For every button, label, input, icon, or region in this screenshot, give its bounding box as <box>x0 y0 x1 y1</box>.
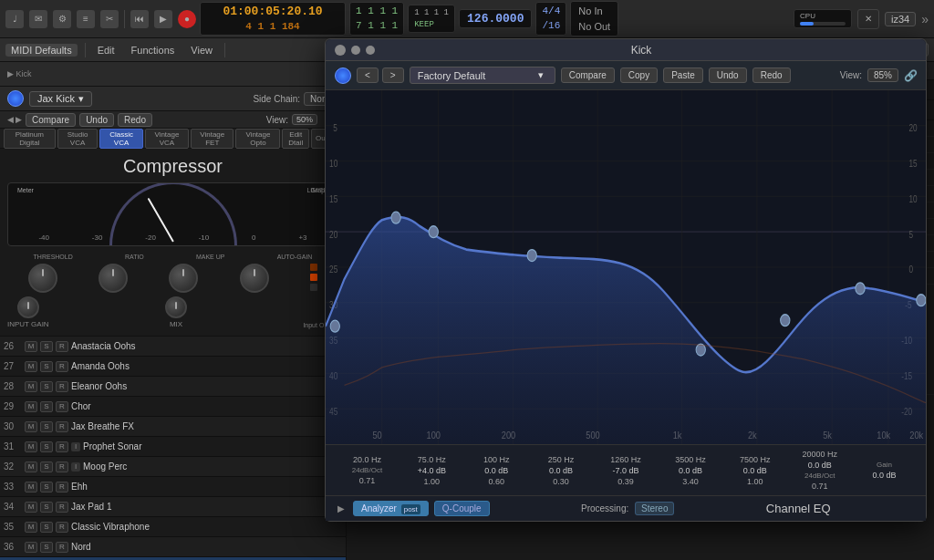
mute-btn[interactable]: M <box>25 482 37 493</box>
channel-row[interactable]: 34 M S R Jax Pad 1 <box>0 497 346 517</box>
eq-compare-btn[interactable]: Compare <box>561 67 615 83</box>
settings-icon[interactable]: ⚙ <box>53 10 71 28</box>
preset-selector[interactable]: Jax Kick ▾ <box>29 91 92 107</box>
mute-btn[interactable]: M <box>25 401 37 412</box>
solo-btn[interactable]: S <box>40 381 53 392</box>
channel-row[interactable]: 36 M S R Nord <box>0 537 346 557</box>
redo-btn[interactable]: Redo <box>118 113 152 127</box>
rec-btn[interactable]: R <box>56 502 68 513</box>
mix-knob[interactable] <box>165 296 187 318</box>
solo-btn[interactable]: S <box>40 361 53 372</box>
play-icon[interactable]: ▶ <box>154 10 172 28</box>
expand-icon[interactable]: » <box>921 12 929 26</box>
plugin-type-vintage-fet[interactable]: Vintage FET <box>191 129 234 149</box>
eq-link-icon[interactable]: 🔗 <box>904 69 917 82</box>
midi-icon[interactable]: ♩ <box>5 10 24 28</box>
rec-btn[interactable]: R <box>56 542 68 553</box>
mute-btn[interactable]: M <box>25 441 37 452</box>
solo-btn[interactable]: S <box>40 482 53 493</box>
plugin-type-vintage-vca[interactable]: Vintage VCA <box>145 129 189 149</box>
eq-nav-next[interactable]: > <box>382 67 404 83</box>
view-menu[interactable]: View <box>186 44 217 57</box>
solo-btn[interactable]: S <box>40 341 53 352</box>
eq-play-btn[interactable]: ▶ <box>335 503 348 515</box>
channel-row[interactable]: 29 M S R Chor <box>0 397 346 417</box>
channel-row[interactable]: 28 M S R Eleanor Oohs <box>0 377 346 397</box>
solo-btn[interactable]: S <box>40 441 53 452</box>
eq-graph-container[interactable]: 50 100 200 500 1k 2k 5k 10k 20k 5 10 15 … <box>326 90 926 444</box>
timesig-display[interactable]: 4/4 /16 <box>535 2 566 36</box>
channel-row[interactable]: 33 M S R Ehh <box>0 477 346 497</box>
eq-minimize-btn[interactable] <box>351 46 360 55</box>
functions-menu[interactable]: Functions <box>127 44 180 57</box>
eq-undo-btn[interactable]: Undo <box>709 67 747 83</box>
input-gain-knob[interactable] <box>17 296 39 318</box>
mixer-icon[interactable]: ≡ <box>77 10 95 28</box>
autogain-knob[interactable] <box>240 264 269 293</box>
view-value[interactable]: 50% <box>292 114 317 125</box>
q-couple-btn[interactable]: Q-Couple <box>434 501 490 516</box>
mute-btn[interactable]: M <box>25 522 37 533</box>
plugin-type-platinum[interactable]: Platinum Digital <box>4 129 56 149</box>
eq-nav-prev[interactable]: < <box>357 67 379 83</box>
close-btn[interactable]: ✕ <box>857 9 879 29</box>
rec-btn[interactable]: R <box>56 401 68 412</box>
user-badge[interactable]: iz34 <box>885 12 916 26</box>
solo-btn[interactable]: S <box>40 542 53 553</box>
rec-btn[interactable]: R <box>56 341 68 352</box>
channel-row[interactable]: 35 M S R Classic Vibraphone <box>0 517 346 537</box>
plugin-type-studio[interactable]: Studio VCA <box>57 129 99 149</box>
eq-preset-dropdown[interactable]: Factory Default ▾ <box>410 67 555 84</box>
plugin-type-classic[interactable]: Classic VCA <box>99 129 142 149</box>
mute-btn[interactable]: M <box>25 461 37 472</box>
edit-menu[interactable]: Edit <box>93 44 119 57</box>
channel-row[interactable]: 32 M S R I Moog Perc <box>0 457 346 477</box>
solo-btn[interactable]: S <box>40 522 53 533</box>
solo-btn[interactable]: S <box>40 421 53 432</box>
nav-next-btn[interactable]: ▶ <box>16 115 22 124</box>
eq-paste-btn[interactable]: Paste <box>663 67 703 83</box>
eq-power-btn[interactable] <box>335 67 351 84</box>
undo-btn[interactable]: Undo <box>79 113 114 127</box>
makeup-knob[interactable] <box>169 264 198 293</box>
channel-row[interactable]: 30 M S R Jax Breathe FX <box>0 417 346 437</box>
mute-btn[interactable]: M <box>25 341 37 352</box>
mute-btn[interactable]: M <box>25 361 37 372</box>
channel-row[interactable]: 31 M S R I Prophet Sonar <box>0 437 346 457</box>
eq-redo-btn[interactable]: Redo <box>752 67 791 83</box>
rewind-icon[interactable]: ⏮ <box>130 10 149 28</box>
mail-icon[interactable]: ✉ <box>29 10 47 28</box>
channel-row[interactable]: 27 M S R Amanda Oohs <box>0 357 346 377</box>
plugin-type-vintage-opto[interactable]: Vintage Opto <box>235 129 280 149</box>
edit-detail-btn[interactable]: Edit Dtail <box>282 129 309 149</box>
threshold-knob[interactable] <box>28 264 57 293</box>
solo-btn[interactable]: S <box>40 401 53 412</box>
solo-btn[interactable]: S <box>40 502 53 513</box>
mute-btn[interactable]: M <box>25 381 37 392</box>
plugin-power-btn[interactable] <box>7 90 24 107</box>
compare-btn[interactable]: Compare <box>26 113 76 127</box>
time-display[interactable]: 01:00:05:20.10 4 1 1 184 <box>200 2 346 36</box>
beats-display[interactable]: 1 1 1 1 7 1 1 1 <box>349 2 404 36</box>
scissor-icon[interactable]: ✂ <box>100 10 119 28</box>
processing-val[interactable]: Stereo <box>635 502 674 515</box>
rec-btn[interactable]: R <box>56 522 68 533</box>
record-icon[interactable]: ● <box>178 10 196 28</box>
mute-btn[interactable]: M <box>25 542 37 553</box>
solo-btn[interactable]: S <box>40 461 53 472</box>
rec-btn[interactable]: R <box>56 461 68 472</box>
nav-prev-btn[interactable]: ◀ <box>7 115 14 124</box>
eq-copy-btn[interactable]: Copy <box>620 67 658 83</box>
eq-maximize-btn[interactable] <box>366 46 375 55</box>
mute-btn[interactable]: M <box>25 502 37 513</box>
analyzer-btn[interactable]: Analyzer post <box>353 501 429 516</box>
rec-btn[interactable]: R <box>56 361 68 372</box>
eq-close-btn[interactable] <box>335 45 346 56</box>
eq-view-val[interactable]: 85% <box>867 68 898 82</box>
tempo-display[interactable]: 126.0000 <box>459 9 532 28</box>
rec-btn[interactable]: R <box>56 441 68 452</box>
mute-btn[interactable]: M <box>25 421 37 432</box>
channel-row[interactable]: 26 M S R Anastacia Oohs <box>0 337 346 357</box>
rec-btn[interactable]: R <box>56 421 68 432</box>
ratio-knob[interactable] <box>99 264 128 293</box>
